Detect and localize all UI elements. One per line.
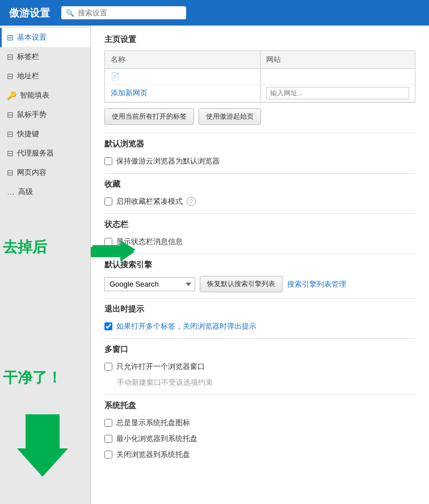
systray-checkbox-2[interactable] [104,451,112,459]
bookmarks-label: 启用收藏栏紧凑模式 [116,196,183,207]
default-browser-row: 保持傲游云浏览器为默认浏览器 [104,155,415,167]
divider-7 [104,394,415,395]
divider-3 [104,213,415,214]
search-engine-select[interactable]: Google Search Bing Baidu Yahoo [104,277,195,291]
divider-6 [104,338,415,339]
app-title: 傲游设置 [9,6,50,20]
section-exit-prompt: 退出时提示 如果打开多个标签，关闭浏览器时弹出提示 [104,304,415,333]
bookmarks-row: 启用收藏栏紧凑模式 ? [104,195,415,208]
sidebar-item-tabs[interactable]: ⊟ 标签栏 [0,47,90,66]
default-browser-checkbox[interactable] [104,157,112,165]
systray-label-1: 最小化浏览器到系统托盘 [116,434,197,444]
exit-prompt-row: 如果打开多个标签，关闭浏览器时弹出提示 [104,320,415,333]
search-icon: 🔍 [66,9,74,17]
systray-row-1: 最小化浏览器到系统托盘 [104,432,415,445]
default-browser-title: 默认浏览器 [104,139,415,149]
search-engine-title: 默认搜索引擎 [104,260,415,270]
divider-1 [104,133,415,133]
table-header: 名称 网站 [105,51,415,69]
search-engine-row: Google Search Bing Baidu Yahoo 恢复默认搜索引擎列… [104,276,415,292]
basic-icon: ⊟ [7,33,14,42]
shortcut-icon: ⊟ [7,129,14,138]
systray-title: 系统托盘 [104,401,415,411]
section-homepage: 主页设置 名称 网站 📄 添加新网页 [104,35,415,125]
homepage-btn-row: 使用当前所有打开的标签 使用傲游起始页 [104,108,415,125]
sidebar-label-advanced: 高级 [18,187,33,197]
sidebar-label-content: 网页内容 [17,167,47,178]
advanced-icon: … [7,187,15,196]
systray-checkbox-0[interactable] [104,419,112,427]
multiwindow-hint-row: 手动新建窗口不受该选项约束 [104,376,415,389]
sidebar-item-autofill[interactable]: 🔑 智能填表 [0,86,90,105]
multiwindow-title: 多窗口 [104,345,415,355]
sidebar-label-autofill: 智能填表 [20,90,49,100]
sidebar-item-basic[interactable]: ⊟ 基本设置 [0,28,90,47]
sidebar-item-advanced[interactable]: … 高级 [0,182,90,201]
bookmarks-checkbox[interactable] [104,198,112,205]
sidebar-label-basic: 基本设置 [17,32,47,43]
search-input[interactable] [78,9,182,17]
manage-search-link[interactable]: 搜索引擎列表管理 [287,279,346,289]
statusbar-checkbox[interactable] [104,238,112,246]
exit-prompt-label: 如果打开多个标签，关闭浏览器时弹出提示 [116,321,256,331]
content-icon: ⊟ [7,168,14,177]
sidebar-item-content[interactable]: ⊟ 网页内容 [0,163,90,182]
statusbar-title: 状态栏 [104,220,415,230]
sidebar-item-proxy[interactable]: ⊟ 代理服务器 [0,144,90,163]
restore-search-button[interactable]: 恢复默认搜索引擎列表 [200,276,283,292]
gesture-icon: ⊟ [7,110,14,119]
systray-label-0: 总是显示系统托盘图标 [116,418,190,428]
sidebar-label-tabs: 标签栏 [17,52,39,62]
section-multiwindow: 多窗口 只允许打开一个浏览器窗口 手动新建窗口不受该选项约束 [104,345,415,389]
systray-label-2: 关闭浏览器到系统托盘 [116,450,190,460]
divider-2 [104,173,415,174]
address-icon: ⊟ [7,72,14,81]
header: 傲游设置 🔍 [0,0,429,26]
divider-4 [104,254,415,254]
exit-prompt-checkbox[interactable] [104,322,112,330]
layout: ⊟ 基本设置 ⊟ 标签栏 ⊟ 地址栏 🔑 智能填表 ⊟ 鼠标手势 ⊟ 快捷键 ⊟… [0,26,429,504]
use-current-tabs-button[interactable]: 使用当前所有打开的标签 [104,108,194,125]
main-content: 去掉后 干净了！ 主页设置 名称 网站 📄 [91,26,429,504]
sidebar-item-gesture[interactable]: ⊟ 鼠标手势 [0,105,90,124]
section-default-browser: 默认浏览器 保持傲游云浏览器为默认浏览器 [104,139,415,167]
proxy-icon: ⊟ [7,149,14,158]
systray-row-2: 关闭浏览器到系统托盘 [104,448,415,461]
homepage-table: 名称 网站 📄 添加新网页 [104,51,415,103]
section-systray: 系统托盘 总是显示系统托盘图标 最小化浏览器到系统托盘 关闭浏览器到系统托盘 [104,401,415,461]
use-start-page-button[interactable]: 使用傲游起始页 [199,108,261,125]
systray-row-0: 总是显示系统托盘图标 [104,417,415,429]
homepage-title: 主页设置 [104,35,415,45]
sidebar-item-address[interactable]: ⊟ 地址栏 [0,66,90,86]
add-page-label[interactable]: 添加新网页 [105,85,260,102]
multiwindow-label: 只允许打开一个浏览器窗口 [116,362,205,372]
col-header-site: 网站 [260,51,415,68]
site-cell-empty [260,73,415,80]
exit-prompt-title: 退出时提示 [104,304,415,314]
multiwindow-checkbox[interactable] [104,363,112,371]
section-statusbar: 状态栏 显示状态栏消息信息 [104,220,415,248]
sidebar-label-address: 地址栏 [17,71,39,81]
multiwindow-row: 只允许打开一个浏览器窗口 [104,360,415,373]
divider-5 [104,298,415,299]
multiwindow-hint: 手动新建窗口不受该选项约束 [117,377,213,388]
default-browser-label: 保持傲游云浏览器为默认浏览器 [116,156,220,166]
add-page-row: 添加新网页 [105,85,415,102]
url-input-cell [260,85,415,102]
sidebar-item-shortcut[interactable]: ⊟ 快捷键 [0,124,90,144]
col-header-name: 名称 [105,51,260,68]
autofill-icon: 🔑 [7,91,16,100]
section-bookmarks: 收藏 启用收藏栏紧凑模式 ? [104,179,415,208]
sidebar-label-shortcut: 快捷键 [17,129,39,139]
statusbar-row: 显示状态栏消息信息 [104,236,415,248]
url-input[interactable] [266,87,410,99]
systray-checkbox-1[interactable] [104,435,112,443]
file-icon-cell: 📄 [105,69,260,84]
tabs-icon: ⊟ [7,52,14,61]
section-search-engine: 默认搜索引擎 Google Search Bing Baidu Yahoo 恢复… [104,260,415,292]
sidebar: ⊟ 基本设置 ⊟ 标签栏 ⊟ 地址栏 🔑 智能填表 ⊟ 鼠标手势 ⊟ 快捷键 ⊟… [0,26,91,504]
statusbar-label: 显示状态栏消息信息 [116,237,183,247]
bookmarks-title: 收藏 [104,179,415,190]
bookmarks-help-icon[interactable]: ? [187,197,196,206]
search-box[interactable]: 🔍 [61,6,186,19]
